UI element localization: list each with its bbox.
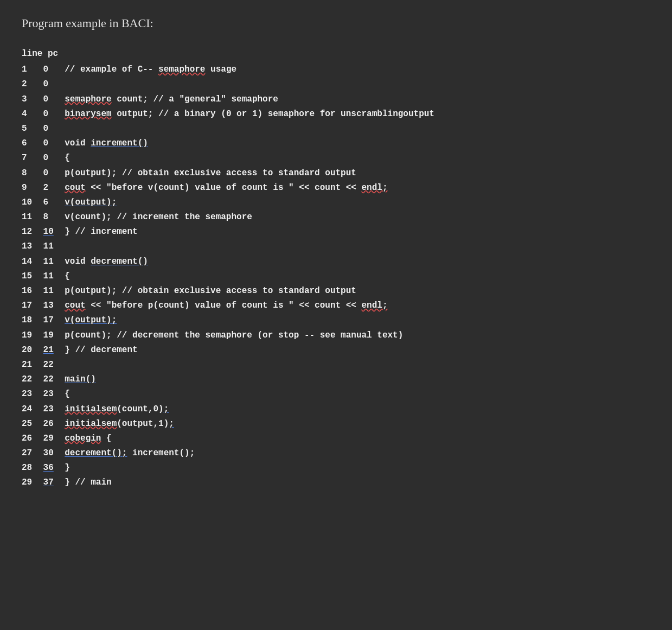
code-line-12: 12 10 } // increment bbox=[22, 225, 650, 239]
code-line-28: 28 36 } bbox=[22, 461, 650, 475]
code-line-17: 17 13 cout << "before p(count) value of … bbox=[22, 298, 650, 313]
code-line-25: 25 26 initialsem(output,1); bbox=[22, 417, 650, 431]
code-line-18: 18 17 v(output); bbox=[22, 313, 650, 328]
code-line-19: 19 19 p(count); // decrement the semapho… bbox=[22, 328, 650, 343]
code-line-2: 2 0 bbox=[22, 77, 650, 92]
code-line-29: 29 37 } // main bbox=[22, 475, 650, 490]
code-line-27: 27 30 decrement(); increment(); bbox=[22, 446, 650, 461]
code-line-14: 14 11 void decrement() bbox=[22, 254, 650, 269]
code-line-26: 26 29 cobegin { bbox=[22, 431, 650, 446]
code-line-1: 1 0 // example of C-- semaphore usage bbox=[22, 62, 650, 77]
code-line-11: 11 8 v(count); // increment the semaphor… bbox=[22, 210, 650, 225]
code-line-23: 23 23 { bbox=[22, 387, 650, 402]
code-line-15: 15 11 { bbox=[22, 269, 650, 284]
code-line-6: 6 0 void increment() bbox=[22, 136, 650, 151]
code-line-3: 3 0 semaphore count; // a "general" sema… bbox=[22, 92, 650, 107]
code-line-10: 10 6 v(output); bbox=[22, 195, 650, 210]
header-pc: pc bbox=[48, 47, 58, 61]
code-block: line pc 1 0 // example of C-- semaphore … bbox=[22, 47, 650, 491]
code-line-7: 7 0 { bbox=[22, 151, 650, 166]
header-line: line bbox=[22, 47, 42, 61]
code-line-8: 8 0 p(output); // obtain exclusive acces… bbox=[22, 166, 650, 181]
page-title: Program example in BACI: bbox=[22, 16, 650, 30]
code-line-24: 24 23 initialsem(count,0); bbox=[22, 402, 650, 417]
code-line-9: 9 2 cout << "before v(count) value of co… bbox=[22, 181, 650, 195]
code-header: line pc bbox=[22, 47, 650, 61]
code-line-4: 4 0 binarysem output; // a binary (0 or … bbox=[22, 107, 650, 122]
code-line-22: 22 22 main() bbox=[22, 372, 650, 387]
code-line-5: 5 0 bbox=[22, 122, 650, 136]
code-line-20: 20 21 } // decrement bbox=[22, 343, 650, 358]
code-line-13: 13 11 bbox=[22, 239, 650, 254]
code-line-21: 21 22 bbox=[22, 358, 650, 372]
code-line-16: 16 11 p(output); // obtain exclusive acc… bbox=[22, 284, 650, 298]
